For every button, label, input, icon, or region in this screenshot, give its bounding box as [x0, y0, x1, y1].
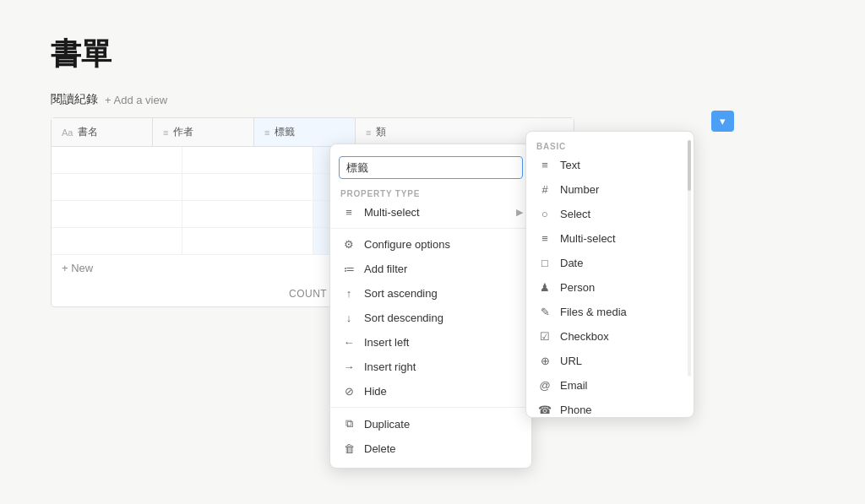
- column-name-input[interactable]: [339, 156, 523, 179]
- submenu-item-text[interactable]: ≡ Text: [526, 153, 694, 177]
- menu-item-insert-right-label: Insert right: [364, 360, 416, 373]
- cell[interactable]: [182, 201, 313, 227]
- col-label-category: 類: [376, 125, 386, 139]
- col-label-bookname: 書名: [78, 125, 98, 139]
- menu-item-duplicate[interactable]: ⧉ Duplicate: [330, 411, 531, 436]
- email-icon: @: [538, 379, 552, 392]
- basic-section-label: BASIC: [526, 138, 694, 153]
- menu-item-add-filter-label: Add filter: [364, 263, 407, 275]
- menu-item-add-filter[interactable]: ≔ Add filter: [330, 257, 531, 281]
- submenu-item-date-label: Date: [560, 257, 583, 269]
- menu-item-insert-left[interactable]: ← Insert left: [330, 330, 531, 355]
- submenu-item-phone-label: Phone: [560, 404, 592, 416]
- table-header: Aa 書名 ≡ 作者 ≡ 標籤 ≡ 類: [52, 118, 574, 147]
- col-header-author[interactable]: ≡ 作者: [153, 118, 254, 146]
- multiselect-type-icon: ≡: [538, 232, 552, 245]
- submenu-item-url-label: URL: [560, 355, 582, 367]
- menu-item-multiselect[interactable]: ≡ Multi-select ▶: [330, 200, 531, 225]
- menu-item-sort-desc[interactable]: ↓ Sort descending: [330, 306, 531, 330]
- arrow-icon: ▶: [516, 207, 523, 218]
- submenu-item-checkbox[interactable]: ☑ Checkbox: [526, 324, 694, 349]
- menu-item-hide[interactable]: ⊘ Hide: [330, 379, 531, 404]
- view-bar: 閱讀紀錄 + Add a view: [51, 92, 814, 107]
- multiselect-icon: ≡: [342, 206, 356, 219]
- menu-item-sort-asc[interactable]: ↑ Sort ascending: [330, 281, 531, 306]
- menu-item-configure-label: Configure options: [364, 238, 450, 251]
- files-icon: ✎: [538, 306, 552, 318]
- submenu-item-multiselect[interactable]: ≡ Multi-select: [526, 226, 694, 251]
- submenu-item-files-label: Files & media: [560, 306, 627, 318]
- cell[interactable]: [52, 147, 182, 173]
- col-header-tags[interactable]: ≡ 標籤: [254, 118, 356, 146]
- menu-input-wrap: [330, 151, 531, 186]
- col-icon-lines1: ≡: [163, 127, 168, 138]
- context-menu: PROPERTY TYPE ≡ Multi-select ▶ ⚙ Configu…: [329, 144, 532, 469]
- sort-desc-icon: ↓: [342, 312, 356, 324]
- phone-icon: ☎: [538, 404, 552, 416]
- text-icon: ≡: [538, 159, 552, 171]
- submenu-item-person-label: Person: [560, 281, 595, 294]
- scrollbar[interactable]: [688, 140, 691, 377]
- col-header-category[interactable]: ≡ 類: [356, 118, 457, 146]
- hide-icon: ⊘: [342, 385, 356, 398]
- submenu-item-number[interactable]: # Number: [526, 177, 694, 202]
- cell[interactable]: [52, 201, 182, 227]
- sort-asc-icon: ↑: [342, 287, 356, 300]
- view-name[interactable]: 閱讀紀錄: [51, 92, 98, 107]
- col-icon-lines2: ≡: [264, 127, 269, 138]
- submenu-item-select[interactable]: ○ Select: [526, 202, 694, 226]
- menu-item-insert-right[interactable]: → Insert right: [330, 355, 531, 379]
- select-icon: ○: [538, 208, 552, 220]
- property-type-submenu: BASIC ≡ Text # Number ○ Select ≡ Multi-s…: [525, 131, 694, 418]
- scrollbar-thumb: [688, 140, 691, 191]
- submenu-item-number-label: Number: [560, 183, 599, 196]
- duplicate-icon: ⧉: [342, 417, 356, 431]
- menu-divider: [330, 228, 531, 229]
- cell[interactable]: [182, 228, 313, 254]
- submenu-item-select-label: Select: [560, 208, 590, 220]
- insert-left-icon: ←: [342, 336, 356, 349]
- menu-divider-2: [330, 407, 531, 408]
- submenu-item-email-label: Email: [560, 379, 588, 392]
- submenu-item-multiselect-label: Multi-select: [560, 232, 616, 245]
- col-label-tags: 標籤: [275, 125, 295, 139]
- date-icon: □: [538, 257, 552, 269]
- property-type-label: PROPERTY TYPE: [330, 186, 531, 200]
- menu-item-insert-left-label: Insert left: [364, 336, 409, 349]
- dropdown-arrow: ▾: [720, 115, 726, 127]
- menu-item-hide-label: Hide: [364, 385, 387, 398]
- configure-icon: ⚙: [342, 238, 356, 251]
- checkbox-icon: ☑: [538, 330, 552, 343]
- submenu-item-checkbox-label: Checkbox: [560, 330, 609, 343]
- add-view-button[interactable]: + Add a view: [105, 94, 167, 106]
- menu-item-sort-desc-label: Sort descending: [364, 312, 443, 324]
- person-icon: ♟: [538, 281, 552, 294]
- col-header-bookname[interactable]: Aa 書名: [52, 118, 153, 146]
- submenu-item-text-label: Text: [560, 159, 580, 171]
- page-title: 書單: [51, 34, 814, 75]
- cell[interactable]: [182, 147, 313, 173]
- menu-item-configure[interactable]: ⚙ Configure options: [330, 232, 531, 257]
- col-icon-lines3: ≡: [366, 127, 371, 138]
- submenu-item-email[interactable]: @ Email: [526, 373, 694, 398]
- submenu-item-phone[interactable]: ☎ Phone: [526, 398, 694, 418]
- submenu-item-url[interactable]: ⊕ URL: [526, 349, 694, 373]
- menu-item-delete[interactable]: 🗑 Delete: [330, 436, 531, 461]
- new-row-label: + New: [62, 262, 93, 274]
- col-icon-aa: Aa: [62, 127, 73, 138]
- cell[interactable]: [52, 228, 182, 254]
- menu-item-duplicate-label: Duplicate: [364, 418, 410, 431]
- cell[interactable]: [182, 174, 313, 200]
- submenu-item-person[interactable]: ♟ Person: [526, 275, 694, 300]
- filter-icon: ≔: [342, 263, 356, 275]
- menu-item-delete-label: Delete: [364, 442, 396, 455]
- url-icon: ⊕: [538, 355, 552, 367]
- menu-item-multiselect-label: Multi-select: [364, 206, 420, 219]
- delete-icon: 🗑: [342, 442, 356, 455]
- submenu-item-date[interactable]: □ Date: [526, 251, 694, 275]
- cell[interactable]: [52, 174, 182, 200]
- menu-item-sort-asc-label: Sort ascending: [364, 287, 438, 300]
- submenu-item-files[interactable]: ✎ Files & media: [526, 300, 694, 324]
- blue-dropdown-button[interactable]: ▾: [711, 111, 734, 132]
- number-icon: #: [538, 183, 552, 196]
